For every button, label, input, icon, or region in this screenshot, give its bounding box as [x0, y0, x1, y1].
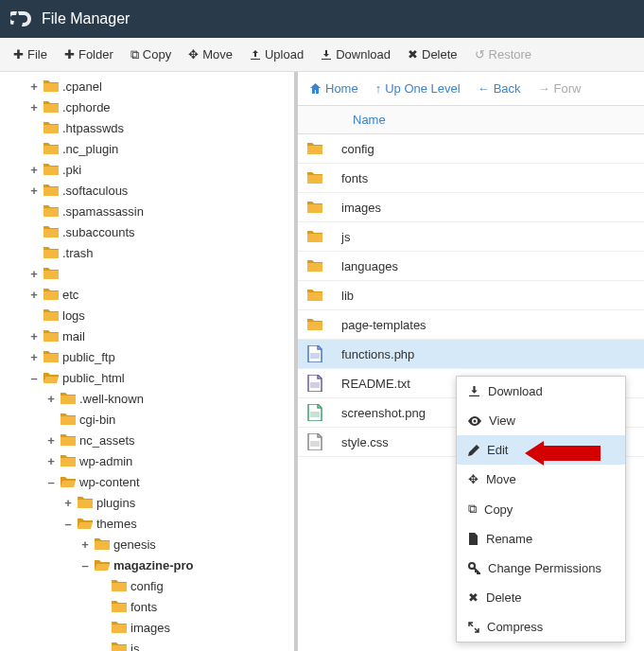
tree-item[interactable]: +wp-admin [0, 450, 294, 471]
tree-expander[interactable]: + [79, 537, 91, 552]
download-icon [468, 385, 480, 397]
file-name: languages [341, 259, 398, 273]
tree-item[interactable]: .subaccounts [0, 221, 294, 242]
context-move[interactable]: ✥Move [457, 465, 625, 494]
tree-item[interactable]: cgi-bin [0, 409, 294, 430]
context-compress[interactable]: Compress [457, 612, 625, 642]
tree-expander[interactable] [28, 204, 40, 219]
tree-item[interactable]: .trash [0, 242, 294, 263]
tree-expander[interactable]: + [28, 288, 40, 302]
tree-item[interactable]: + [0, 263, 294, 284]
tree-expander[interactable]: + [28, 163, 40, 177]
tree-item[interactable]: +.softaculous [0, 180, 294, 201]
tree-expander[interactable] [28, 121, 40, 135]
tree-item[interactable]: +genesis [0, 534, 294, 554]
file-row[interactable]: languages [298, 252, 644, 281]
tree-item-label: .pki [62, 163, 81, 177]
file-row[interactable]: fonts [298, 164, 644, 193]
copy-button[interactable]: ⧉Copy [123, 43, 179, 67]
tree-item[interactable]: logs [0, 305, 294, 326]
tree-expander[interactable]: + [28, 267, 40, 281]
tree-item[interactable]: +.pki [0, 159, 294, 180]
folder-icon [305, 139, 324, 158]
context-permissions[interactable]: Change Permissions [457, 554, 625, 583]
tree-item[interactable]: fonts [0, 596, 294, 617]
tree-expander[interactable] [28, 142, 40, 156]
file-row[interactable]: config [298, 134, 644, 164]
up-one-level-button[interactable]: ↑Up One Level [375, 81, 461, 96]
tree-expander[interactable] [28, 246, 40, 260]
tree-item[interactable]: –themes [0, 513, 294, 534]
forward-icon: → [538, 81, 550, 96]
tree-item[interactable]: .spamassassin [0, 201, 294, 221]
file-row[interactable]: page-templates [298, 310, 644, 340]
tree-expander[interactable]: + [28, 350, 40, 364]
upload-button[interactable]: Upload [242, 43, 311, 66]
tree-expander[interactable] [96, 600, 108, 614]
tree-item[interactable]: images [0, 617, 294, 638]
tree-item[interactable]: +nc_assets [0, 430, 294, 450]
home-button[interactable]: Home [309, 81, 358, 96]
tree-item[interactable]: +.cpanel [0, 76, 294, 97]
tree-item[interactable]: +.well-known [0, 388, 294, 409]
tree-item[interactable]: +plugins [0, 492, 294, 513]
tree-item[interactable]: +public_ftp [0, 346, 294, 367]
tree-item[interactable]: +mail [0, 326, 294, 346]
tree-item[interactable]: .htpasswds [0, 117, 294, 138]
tree-expander[interactable]: – [45, 475, 57, 489]
folder-icon [112, 600, 127, 613]
name-column-header[interactable]: Name [353, 113, 386, 127]
context-view[interactable]: View [457, 406, 625, 435]
tree-expander[interactable]: + [45, 454, 57, 468]
tree-expander[interactable] [45, 413, 57, 427]
tree-expander[interactable]: – [79, 558, 91, 572]
context-copy[interactable]: ⧉Copy [457, 494, 625, 524]
file-name: js [341, 230, 350, 244]
tree-expander[interactable]: + [28, 329, 40, 343]
tree-expander[interactable]: + [45, 433, 57, 448]
new-file-button[interactable]: ✚File [6, 43, 55, 66]
tree-expander[interactable]: + [45, 392, 57, 406]
tree-expander[interactable] [96, 579, 108, 593]
tree-item[interactable]: config [0, 575, 294, 596]
forward-button[interactable]: →Forw [538, 81, 582, 96]
tree-item[interactable]: –wp-content [0, 471, 294, 492]
tree-expander[interactable] [28, 308, 40, 323]
context-delete[interactable]: ✖Delete [457, 583, 625, 612]
folder-icon [305, 227, 324, 246]
tree-expander[interactable] [28, 225, 40, 239]
file-row[interactable]: images [298, 193, 644, 222]
restore-button[interactable]: ↺Restore [467, 43, 540, 66]
file-row[interactable]: js [298, 222, 644, 252]
tree-expander[interactable]: – [28, 371, 40, 385]
context-rename[interactable]: Rename [457, 524, 625, 554]
tree-expander[interactable]: + [28, 79, 40, 94]
tree-item[interactable]: –magazine-pro [0, 554, 294, 575]
file-row[interactable]: functions.php [298, 340, 644, 369]
tree-expander[interactable]: + [28, 100, 40, 114]
move-button[interactable]: ✥Move [181, 43, 240, 66]
tree-item[interactable]: js [0, 638, 294, 651]
tree-item-label: nc_assets [79, 433, 135, 448]
new-folder-button[interactable]: ✚Folder [57, 43, 121, 66]
tree-expander[interactable]: + [28, 184, 40, 198]
download-button[interactable]: Download [313, 43, 398, 66]
tree-expander[interactable] [96, 642, 108, 652]
tree-item-label: wp-admin [79, 454, 132, 468]
tree-item-label: .htpasswds [62, 121, 124, 135]
delete-button[interactable]: ✖Delete [400, 43, 465, 66]
tree-expander[interactable]: + [62, 496, 74, 510]
tree-item[interactable]: +etc [0, 284, 294, 305]
context-download[interactable]: Download [457, 377, 625, 406]
tree-expander[interactable] [96, 621, 108, 635]
folder-icon [95, 537, 110, 551]
cpanel-logo-icon [9, 8, 32, 30]
back-button[interactable]: ←Back [478, 81, 521, 96]
folder-tree[interactable]: +.cpanel+.cphorde .htpasswds .nc_plugin+… [0, 72, 298, 651]
tree-expander[interactable]: – [62, 517, 74, 531]
tree-item[interactable]: .nc_plugin [0, 138, 294, 159]
file-row[interactable]: lib [298, 281, 644, 310]
tree-item[interactable]: –public_html [0, 367, 294, 388]
tree-item[interactable]: +.cphorde [0, 97, 294, 117]
table-header[interactable]: Name [298, 106, 644, 134]
